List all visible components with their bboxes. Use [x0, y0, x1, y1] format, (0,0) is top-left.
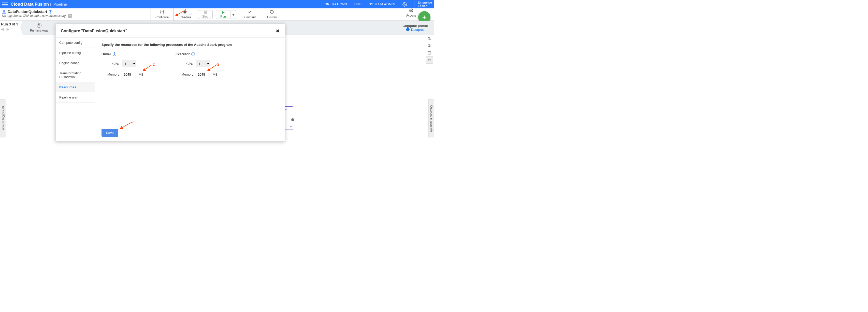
- configure-modal: Configure "DataFusionQuickstart" ✖ Compu…: [56, 24, 285, 142]
- executor-column: Executori CPU 1 Memory MB: [168, 52, 234, 82]
- executor-memory-unit: MB: [213, 72, 218, 76]
- summary-button[interactable]: Summary: [238, 8, 260, 21]
- driver-memory-label: Memory: [101, 72, 119, 76]
- zoom-in-icon[interactable]: [426, 35, 433, 42]
- outbound-triggers-tab[interactable]: Outbound triggers (0): [428, 99, 434, 137]
- actions-button[interactable]: Actions: [406, 8, 416, 17]
- driver-cpu-label: CPU: [101, 62, 119, 66]
- run-button[interactable]: Run: [216, 10, 230, 19]
- svg-point-0: [404, 4, 405, 5]
- save-button[interactable]: Save: [101, 129, 118, 137]
- driver-memory-input[interactable]: [122, 71, 136, 78]
- compute-profile[interactable]: Compute profile Dataproc: [402, 24, 434, 32]
- tags-hint[interactable]: No tags found. Click to add a new busine…: [2, 14, 72, 18]
- top-bar: Cloud Data Fusion | Pipeline OPERATIONS …: [0, 0, 434, 8]
- tab-pipeline-config[interactable]: Pipeline config: [56, 48, 95, 58]
- info-icon[interactable]: i: [191, 53, 195, 56]
- history-icon: [270, 10, 274, 15]
- menu-icon[interactable]: [2, 3, 8, 6]
- tab-transformation-pushdown[interactable]: Transformation Pushdown: [56, 68, 95, 82]
- tab-resources[interactable]: Resources: [56, 82, 95, 92]
- prev-run-icon[interactable]: ◀: [1, 27, 4, 31]
- svg-marker-12: [222, 11, 225, 14]
- minimap-icon[interactable]: [426, 57, 433, 64]
- inbound-triggers-tab[interactable]: Inbound triggers (0): [0, 99, 6, 137]
- cloud-icon: [406, 28, 410, 31]
- brand-name: Cloud Data Fusion: [11, 2, 49, 7]
- run-controls: Stop Run ▾: [196, 8, 238, 21]
- modal-main: Specify the resources for the following …: [95, 38, 285, 141]
- close-icon[interactable]: ✖: [276, 28, 280, 34]
- info-bar: E DataFusionQuickstart i No tags found. …: [0, 8, 434, 21]
- runtime-args-tab[interactable]: M Runtime Args: [30, 23, 48, 32]
- tab-compute-config[interactable]: Compute config: [56, 38, 95, 48]
- settings-icon[interactable]: [402, 2, 407, 7]
- gear-icon: [409, 8, 413, 13]
- nav-hub[interactable]: HUB: [354, 2, 362, 6]
- nav-system-admin[interactable]: SYSTEM ADMIN: [369, 2, 395, 6]
- brand-section[interactable]: Pipeline: [54, 2, 67, 6]
- modal-body: Compute config Pipeline config Engine co…: [56, 38, 285, 141]
- run-count: Run 3 of 3 ◀ ▶: [0, 21, 23, 35]
- driver-column: Driveri CPU 1 Memory MB: [101, 52, 168, 82]
- driver-memory-unit: MB: [138, 72, 144, 76]
- runtime-args-icon: M: [37, 23, 41, 28]
- executor-cpu-label: CPU: [176, 62, 193, 66]
- stop-icon: [204, 11, 207, 15]
- executor-cpu-select[interactable]: 1: [196, 60, 210, 67]
- svg-rect-11: [204, 11, 207, 14]
- tab-engine-config[interactable]: Engine config: [56, 58, 95, 68]
- schedule-button[interactable]: Schedule: [174, 8, 196, 21]
- nav-operations[interactable]: OPERATIONS: [324, 2, 347, 6]
- top-nav: OPERATIONS HUB SYSTEM ADMIN Enterprise E…: [324, 1, 432, 7]
- modal-header: Configure "DataFusionQuickstart" ✖: [56, 24, 285, 38]
- tab-pipeline-alert[interactable]: Pipeline alert: [56, 92, 95, 102]
- add-tag-icon[interactable]: +: [68, 14, 72, 18]
- toolbar-center: Configure Schedule Stop Run ▾: [151, 8, 283, 21]
- info-icon[interactable]: i: [49, 10, 53, 13]
- info-icon[interactable]: i: [113, 53, 116, 56]
- run-dropdown[interactable]: ▾: [230, 10, 236, 19]
- svg-rect-23: [429, 60, 429, 60]
- driver-cpu-select[interactable]: 1: [122, 60, 136, 67]
- pipeline-type-icon: E: [2, 10, 6, 14]
- next-run-icon[interactable]: ▶: [7, 27, 9, 31]
- edition-label: Enterprise Edition: [414, 1, 432, 7]
- resources-heading: Specify the resources for the following …: [101, 43, 278, 46]
- executor-memory-label: Memory: [176, 72, 193, 76]
- node-output-port[interactable]: [291, 118, 294, 121]
- modal-title: Configure "DataFusionQuickstart": [61, 29, 127, 33]
- node-menu-icon[interactable]: ≡: [290, 124, 292, 128]
- sliders-icon: [160, 10, 164, 15]
- canvas-tool-rail: [426, 35, 433, 64]
- modal-sidebar: Compute config Pipeline config Engine co…: [56, 38, 95, 141]
- clock-icon: [183, 10, 187, 15]
- brand-separator: |: [50, 2, 51, 6]
- fit-screen-icon[interactable]: [426, 50, 433, 57]
- play-icon: [222, 11, 225, 15]
- svg-point-13: [411, 10, 412, 11]
- zoom-out-icon[interactable]: [426, 42, 433, 50]
- pipeline-name: E DataFusionQuickstart i: [2, 9, 72, 14]
- configure-button[interactable]: Configure: [151, 8, 174, 21]
- pipeline-meta: E DataFusionQuickstart i No tags found. …: [0, 8, 74, 18]
- stop-button[interactable]: Stop: [198, 10, 213, 19]
- svg-line-15: [430, 39, 431, 40]
- svg-line-19: [430, 46, 431, 47]
- chart-icon: [247, 10, 251, 15]
- history-button[interactable]: History: [260, 8, 283, 21]
- executor-memory-input[interactable]: [196, 71, 210, 78]
